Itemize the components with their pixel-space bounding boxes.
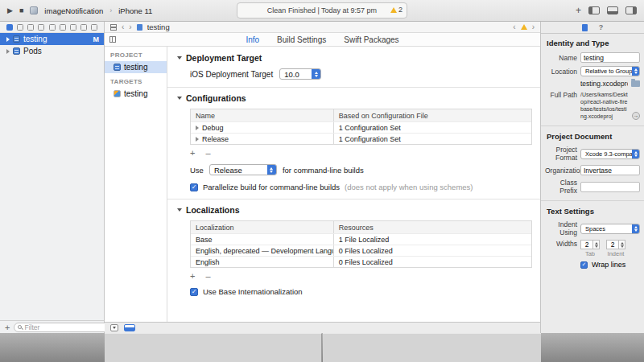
organization-label: Organization [545, 167, 577, 175]
column-header-localization: Localization [191, 221, 334, 233]
location-popup[interactable]: Relative to Group [580, 66, 640, 76]
scheme-selector[interactable]: imageNotification [44, 6, 103, 15]
project-info-form: Deployment Target iOS Deployment Target … [167, 47, 540, 322]
disclosure-icon[interactable] [6, 37, 10, 42]
localization-name: Base [191, 234, 334, 245]
indent-using-popup[interactable]: Spaces [580, 224, 640, 234]
navigator-toggle-button[interactable] [588, 6, 600, 14]
column-header-resources: Resources [334, 221, 531, 233]
tab-build-settings[interactable]: Build Settings [277, 35, 326, 44]
popup-arrows-icon [632, 224, 639, 233]
warning-badge[interactable]: 2 [390, 6, 402, 14]
debug-area-toggle-button[interactable] [607, 6, 618, 14]
wrap-lines-checkbox[interactable]: ✓ [580, 261, 588, 269]
popup-value: 10.0 [280, 69, 312, 79]
name-field[interactable] [580, 52, 640, 63]
disclosure-open-icon [177, 56, 182, 60]
tab-width-value[interactable]: 2 [580, 240, 593, 249]
issue-navigator-icon[interactable] [49, 24, 56, 31]
target-item-testing[interactable]: testing [105, 88, 167, 100]
table-row[interactable]: Release 1 Configuration Set [191, 133, 531, 144]
inspector-tabbar: ? [541, 22, 644, 34]
project-item-testing[interactable]: testing [105, 61, 167, 73]
localization-resources: 0 Files Localized [334, 245, 531, 256]
add-file-button[interactable]: + [5, 323, 10, 331]
library-button[interactable]: + [576, 6, 581, 14]
run-button[interactable]: ▶ [7, 6, 13, 14]
section-deployment-target[interactable]: Deployment Target [177, 53, 532, 63]
warning-count: 2 [398, 6, 402, 14]
indent-width-value[interactable]: 2 [606, 240, 619, 249]
choose-folder-button[interactable] [631, 80, 640, 87]
navigator-item-testing[interactable]: testing M [0, 33, 104, 45]
disclosure-icon[interactable] [196, 125, 199, 130]
section-divider [167, 199, 540, 200]
related-items-icon[interactable] [110, 24, 117, 31]
remove-localization-button[interactable]: – [205, 272, 210, 280]
section-localizations[interactable]: Localizations [177, 205, 532, 215]
organization-field[interactable] [580, 165, 640, 175]
add-localization-button[interactable]: + [190, 272, 195, 280]
next-issue-button[interactable]: › [532, 23, 535, 31]
filter-input[interactable] [24, 323, 114, 331]
disclosure-icon[interactable] [6, 49, 10, 54]
file-inspector-icon[interactable] [582, 24, 588, 31]
breadcrumb-file[interactable]: testing [147, 23, 170, 31]
deployment-target-popup[interactable]: 10.0 [279, 68, 321, 80]
hide-debug-area-button[interactable] [124, 324, 135, 331]
class-prefix-field[interactable] [580, 182, 640, 192]
section-configurations[interactable]: Configurations [177, 93, 532, 103]
debug-disclosure-button[interactable] [110, 324, 118, 331]
identity-section-title: Identity and Type [547, 39, 640, 47]
forward-button[interactable]: › [129, 23, 131, 31]
table-row[interactable]: English 0 Files Localized [191, 256, 531, 267]
command-line-config-popup[interactable]: Release [209, 164, 277, 175]
source-control-navigator-icon[interactable] [17, 24, 23, 31]
navigator-item-pods[interactable]: Pods [0, 45, 104, 57]
indent-width-stepper[interactable]: 2 [606, 240, 625, 249]
breakpoint-navigator-icon[interactable] [80, 24, 87, 31]
modified-badge: M [93, 35, 100, 43]
navigator-sidebar: testing M Pods + [0, 22, 105, 333]
inspector-toggle-button[interactable] [625, 6, 637, 14]
quick-help-icon[interactable]: ? [599, 24, 604, 31]
base-internationalization-checkbox[interactable]: ✓ [190, 288, 198, 296]
report-navigator-icon[interactable] [91, 24, 97, 31]
run-controls: ▶ ■ imageNotification › iPhone 11 [0, 6, 152, 15]
tab-width-stepper[interactable]: 2 [580, 240, 600, 249]
table-row[interactable]: Base 1 File Localized [191, 233, 531, 245]
stepper-arrows-icon[interactable] [593, 240, 600, 249]
issue-warning-icon[interactable] [521, 24, 527, 30]
back-button[interactable]: ‹ [122, 23, 124, 31]
project-navigator-icon[interactable] [6, 24, 13, 31]
project-format-popup[interactable]: Xcode 9.3-compatible [580, 149, 640, 159]
inspector-body: Identity and Type Name Location Relative… [541, 34, 644, 333]
table-row[interactable]: Debug 1 Configuration Set [191, 121, 531, 133]
table-row[interactable]: English, deprecated — Development Langua… [191, 245, 531, 256]
add-configuration-button[interactable]: + [190, 149, 195, 157]
remove-configuration-button[interactable]: – [205, 149, 210, 157]
filter-field[interactable] [14, 323, 118, 332]
navigator-empty-area [0, 57, 104, 320]
column-header-based-on: Based on Configuration File [334, 109, 531, 121]
test-navigator-icon[interactable] [60, 24, 66, 31]
tab-swift-packages[interactable]: Swift Packages [344, 35, 398, 44]
disclosure-icon[interactable] [196, 137, 199, 142]
tab-info[interactable]: Info [246, 35, 259, 44]
activity-viewer: Clean Finished | Today at 9:57 pm 2 [237, 2, 407, 19]
previous-issue-button[interactable]: ‹ [513, 23, 515, 31]
parallelize-checkbox[interactable]: ✓ [190, 183, 198, 191]
find-navigator-icon[interactable] [38, 24, 44, 31]
warning-icon [390, 7, 397, 13]
device-selector[interactable]: iPhone 11 [118, 6, 152, 15]
inspector-panel: ? Identity and Type Name Location Relati… [541, 22, 644, 333]
stepper-arrows-icon[interactable] [619, 240, 625, 249]
use-label: Use [190, 166, 204, 175]
project-item-label: testing [124, 63, 147, 72]
symbol-navigator-icon[interactable] [27, 24, 34, 31]
tab-sublabel: Tab [580, 250, 600, 257]
reveal-in-finder-button[interactable]: → [632, 112, 640, 120]
project-list-toggle[interactable] [109, 36, 116, 43]
debug-navigator-icon[interactable] [70, 24, 76, 31]
stop-button[interactable]: ■ [19, 6, 23, 14]
